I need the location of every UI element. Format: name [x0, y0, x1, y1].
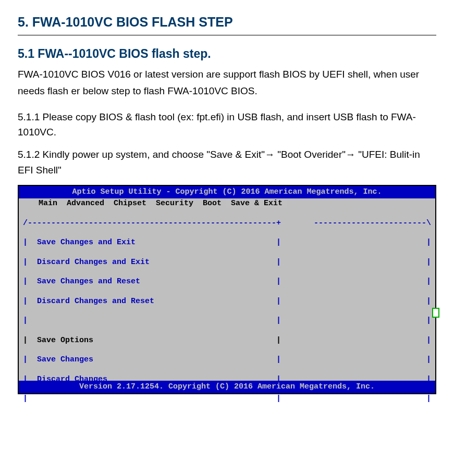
bios-section-header: | Save Options | [23, 336, 281, 346]
step-512: 5.1.2 Kindly power up system, and choose… [18, 147, 436, 178]
bios-menu-inactive: Main Advanced Chipset Security Boot [29, 199, 226, 208]
right-arrow-icon: → [346, 149, 355, 160]
bios-option: | Save Changes and Reset | [23, 277, 281, 287]
step-512-text-a: 5.1.2 Kindly power up system, and choose… [18, 149, 265, 160]
bios-body: /---------------------------------------… [19, 209, 435, 381]
text-cursor-icon [432, 308, 439, 318]
bios-blank: | [314, 336, 431, 346]
document-page: 5. FWA-1010VC BIOS FLASH STEP 5.1 FWA--1… [0, 0, 454, 407]
bios-blank: | [314, 394, 431, 404]
bios-blank: | [314, 277, 431, 287]
bios-blank: | [314, 297, 431, 307]
intro-paragraph: FWA-1010VC BIOS V016 or latest version a… [18, 66, 436, 100]
bios-screenshot: Aptio Setup Utility - Copyright (C) 2016… [18, 185, 436, 394]
bios-blank: | [314, 375, 431, 385]
step-511: 5.1.1 Please copy BIOS & flash tool (ex:… [18, 109, 436, 140]
bios-blank: | [314, 238, 431, 248]
bios-blank: | [314, 355, 431, 365]
bios-left-pane: /---------------------------------------… [23, 209, 281, 407]
bios-blank: | | [23, 316, 281, 326]
bios-blank: | [314, 258, 431, 268]
subsection-heading: 5.1 FWA--1010VC BIOS flash step. [18, 47, 436, 61]
bios-blank: | [314, 316, 431, 326]
bios-right-pane: ------------------------\ | | | | | | [314, 209, 431, 407]
bios-menu-active: Save & Exit [226, 199, 287, 208]
bios-option: | Save Changes | [23, 355, 281, 365]
right-arrow-icon: → [265, 149, 275, 160]
section-divider [18, 35, 436, 35]
section-heading: 5. FWA-1010VC BIOS FLASH STEP [18, 15, 436, 30]
bios-menu-bar: Main Advanced Chipset Security Boot Save… [19, 198, 435, 209]
bios-blank: | | [23, 394, 281, 404]
step-512-text-b: "Boot Overider" [275, 149, 346, 160]
bios-title-bar: Aptio Setup Utility - Copyright (C) 2016… [19, 186, 435, 198]
bios-border: ------------------------\ [314, 219, 431, 229]
bios-option: | Save Changes and Exit | [23, 238, 281, 248]
bios-option: | Discard Changes and Exit | [23, 258, 281, 268]
bios-border: /---------------------------------------… [23, 219, 281, 229]
bios-option: | Discard Changes and Reset | [23, 297, 281, 307]
bios-option: | Discard Changes | [23, 375, 281, 385]
